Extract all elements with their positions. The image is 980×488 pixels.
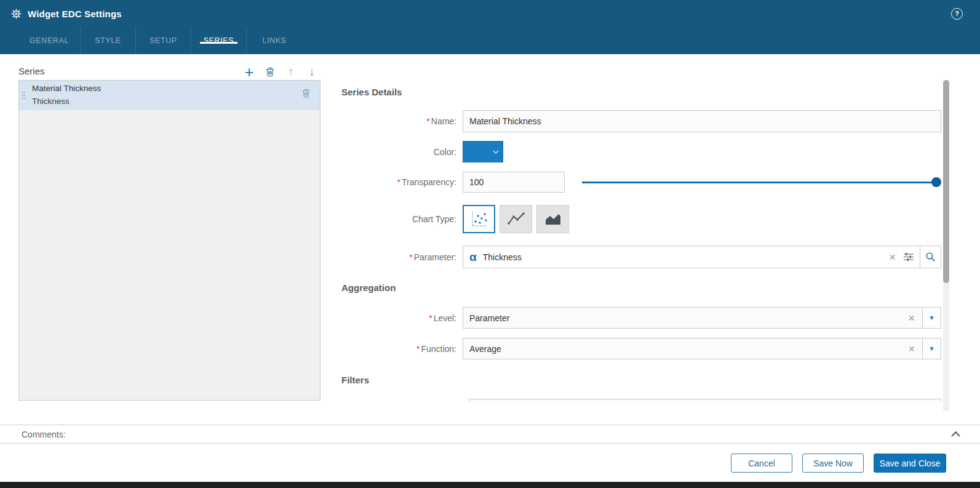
comments-collapse-button[interactable] bbox=[951, 431, 960, 437]
transparency-label: Transparency: bbox=[402, 177, 456, 187]
tab-setup[interactable]: SETUP bbox=[136, 27, 191, 54]
color-picker-swatch[interactable] bbox=[463, 141, 503, 162]
level-row: *Level: Parameter × ▼ bbox=[341, 307, 941, 329]
parameter-row: *Parameter: α Thickness × bbox=[341, 246, 941, 268]
move-down-button[interactable]: ↓ bbox=[304, 64, 320, 80]
scrollbar-thumb[interactable] bbox=[943, 80, 949, 283]
color-label: Color: bbox=[434, 147, 456, 157]
series-panel-title: Series bbox=[18, 66, 45, 76]
drag-handle-icon[interactable] bbox=[21, 90, 28, 100]
level-value: Parameter bbox=[469, 313, 509, 323]
move-up-button[interactable]: ↑ bbox=[283, 64, 299, 80]
required-marker: * bbox=[416, 344, 420, 354]
titlebar: Widget EDC Settings ? bbox=[0, 0, 980, 27]
trash-icon bbox=[266, 67, 274, 77]
series-item-delete-button[interactable] bbox=[302, 89, 310, 100]
slider-track[interactable] bbox=[582, 182, 938, 183]
parameter-clear-button[interactable]: × bbox=[889, 252, 896, 263]
tab-style[interactable]: STYLE bbox=[81, 27, 136, 54]
level-clear-button[interactable]: × bbox=[908, 313, 915, 324]
add-series-button[interactable]: + bbox=[241, 64, 257, 80]
comments-label: Comments: bbox=[22, 430, 66, 439]
required-marker: * bbox=[426, 116, 429, 126]
name-input[interactable] bbox=[463, 110, 941, 132]
color-row: Color: bbox=[341, 141, 941, 162]
function-dropdown-button[interactable]: ▼ bbox=[922, 338, 941, 359]
cancel-button[interactable]: Cancel bbox=[731, 454, 792, 473]
dropdown-arrow-icon: ▼ bbox=[929, 314, 935, 321]
series-item-title: Material Thickness bbox=[32, 82, 101, 95]
level-select[interactable]: Parameter × bbox=[463, 307, 923, 329]
alpha-parameter-icon: α bbox=[469, 251, 477, 263]
delete-series-button[interactable] bbox=[262, 64, 278, 80]
widget-edc-settings-dialog: Widget EDC Settings ? GENERAL STYLE SETU… bbox=[0, 0, 980, 488]
tab-general[interactable]: GENERAL bbox=[18, 27, 81, 54]
tab-links[interactable]: LINKS bbox=[247, 27, 302, 54]
tab-series[interactable]: SERIES bbox=[191, 27, 247, 54]
chart-type-label: Chart Type: bbox=[412, 214, 456, 224]
series-list-item[interactable]: Material Thickness Thickness bbox=[19, 81, 320, 110]
dropdown-arrow-icon: ▼ bbox=[929, 345, 935, 352]
name-row: *Name: bbox=[341, 110, 941, 132]
function-row: *Function: Average × ▼ bbox=[341, 338, 941, 359]
transparency-row: *Transparency: bbox=[341, 172, 941, 193]
filters-heading: Filters bbox=[341, 375, 369, 385]
trash-icon bbox=[302, 89, 310, 98]
parameter-search-button[interactable] bbox=[920, 246, 941, 268]
comments-bar: Comments: bbox=[0, 425, 980, 444]
window-bottom-edge bbox=[0, 482, 980, 488]
next-field-partial bbox=[469, 399, 941, 402]
parameter-options-button[interactable] bbox=[904, 252, 914, 262]
chevron-up-icon bbox=[951, 431, 960, 437]
parameter-value: Thickness bbox=[483, 252, 522, 262]
area-chart-icon bbox=[544, 212, 562, 226]
function-clear-button[interactable]: × bbox=[908, 343, 915, 354]
slider-thumb[interactable] bbox=[931, 177, 941, 187]
series-toolbar: + ↑ ↓ bbox=[241, 63, 320, 81]
transparency-slider[interactable] bbox=[582, 172, 941, 193]
adjustments-icon bbox=[904, 252, 914, 262]
gear-icon bbox=[11, 9, 22, 19]
series-list: Material Thickness Thickness bbox=[18, 80, 321, 401]
aggregation-heading: Aggregation bbox=[341, 282, 396, 293]
function-select[interactable]: Average × bbox=[463, 338, 923, 359]
transparency-input[interactable] bbox=[463, 172, 565, 193]
required-marker: * bbox=[429, 313, 432, 323]
level-label: Level: bbox=[434, 313, 456, 323]
chart-type-line-button[interactable] bbox=[500, 205, 532, 233]
chart-type-area-button[interactable] bbox=[536, 205, 569, 233]
vertical-scrollbar[interactable] bbox=[943, 80, 949, 411]
footer: Cancel Save Now Save and Close bbox=[0, 444, 980, 482]
function-value: Average bbox=[469, 344, 501, 354]
line-chart-icon bbox=[507, 212, 525, 226]
chart-type-row: Chart Type: bbox=[341, 205, 941, 233]
chart-type-scatter-button[interactable] bbox=[463, 205, 495, 233]
save-now-button[interactable]: Save Now bbox=[802, 454, 864, 473]
tab-bar: GENERAL STYLE SETUP SERIES LINKS bbox=[0, 27, 980, 54]
required-marker: * bbox=[397, 177, 400, 187]
help-button[interactable]: ? bbox=[951, 8, 963, 20]
series-details-heading: Series Details bbox=[341, 87, 402, 97]
parameter-label: Parameter: bbox=[414, 252, 456, 262]
series-item-subtitle: Thickness bbox=[32, 95, 101, 108]
help-icon: ? bbox=[955, 10, 959, 17]
name-label: Name: bbox=[431, 116, 456, 126]
dialog-title: Widget EDC Settings bbox=[28, 9, 122, 19]
save-and-close-button[interactable]: Save and Close bbox=[874, 454, 946, 473]
parameter-field[interactable]: α Thickness × bbox=[463, 246, 920, 268]
level-dropdown-button[interactable]: ▼ bbox=[922, 307, 941, 329]
function-label: Function: bbox=[421, 344, 456, 354]
scatter-chart-icon bbox=[470, 210, 488, 228]
chevron-down-icon bbox=[493, 150, 499, 154]
required-marker: * bbox=[409, 252, 412, 262]
search-icon bbox=[925, 252, 936, 262]
